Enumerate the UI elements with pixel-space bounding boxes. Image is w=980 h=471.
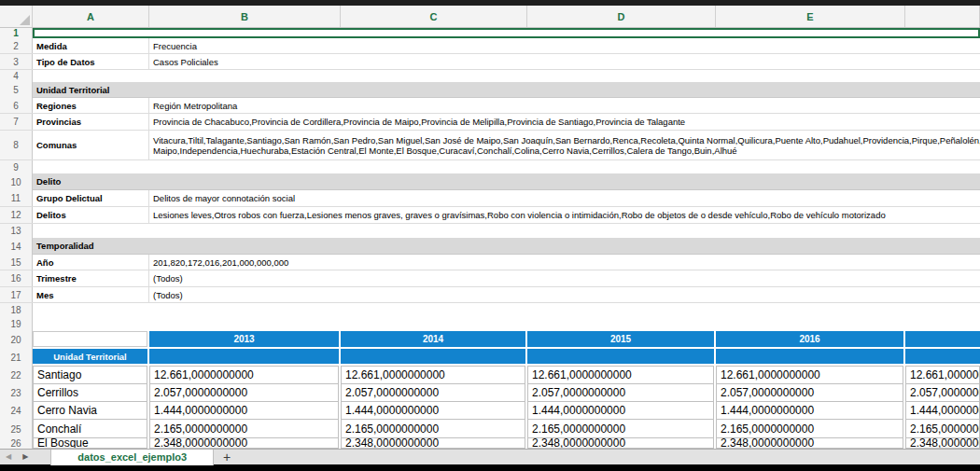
year-header-2015[interactable]: 2015 xyxy=(527,331,714,347)
label-cell-a3[interactable]: Tipo de Datos xyxy=(33,54,149,69)
label-cell-a17[interactable]: Mes xyxy=(33,287,149,302)
column-header-d[interactable]: D xyxy=(527,6,716,27)
value-cell-r24-partial[interactable]: 1.444,0000000000 xyxy=(905,402,980,420)
select-all-corner[interactable] xyxy=(0,6,33,27)
value-cell-r25c1[interactable]: 2.165,0000000000 xyxy=(149,420,339,438)
label-cell-a2[interactable]: Medida xyxy=(33,38,149,53)
value-cell-r25c2[interactable]: 2.165,0000000000 xyxy=(341,420,525,438)
prev-sheet-arrow-icon[interactable]: ◀ xyxy=(0,453,17,461)
row-header-24[interactable]: 24 xyxy=(0,402,33,420)
label-cell-a16[interactable]: Trimestre xyxy=(33,270,149,286)
territory-cell-a22[interactable]: Santiago xyxy=(33,366,147,384)
row-header-8[interactable]: 8 xyxy=(0,131,33,159)
section-header-5[interactable]: Unidad Territorial xyxy=(33,82,980,98)
row-header-7[interactable]: 7 xyxy=(0,114,33,130)
row-header-3[interactable]: 3 xyxy=(0,54,33,69)
column-header-e[interactable]: E xyxy=(716,6,905,27)
value-cell-b16[interactable]: (Todos) xyxy=(149,270,980,286)
value-cell-r22c3[interactable]: 12.661,0000000000 xyxy=(527,366,714,384)
value-cell-b6[interactable]: Región Metropolitana xyxy=(149,98,980,113)
column-header-partial[interactable] xyxy=(905,6,980,27)
value-cell-r24c4[interactable]: 1.444,0000000000 xyxy=(716,402,903,420)
active-sheet-tab[interactable]: datos_excel_ejemplo3 xyxy=(50,450,214,465)
value-cell-r23c4[interactable]: 2.057,0000000000 xyxy=(716,384,903,402)
row-header-1[interactable]: 1 xyxy=(0,28,33,38)
row-header-11[interactable]: 11 xyxy=(0,190,33,206)
label-cell-a12[interactable]: Delitos xyxy=(33,207,149,223)
column-header-c[interactable]: C xyxy=(341,6,527,27)
next-sheet-arrow-icon[interactable]: ▶ xyxy=(17,453,34,461)
value-cell-r23c3[interactable]: 2.057,0000000000 xyxy=(527,384,714,402)
empty-cells[interactable] xyxy=(33,224,980,238)
table-corner-cell[interactable] xyxy=(33,331,147,347)
row-header-15[interactable]: 15 xyxy=(0,255,33,270)
value-cell-r23-partial[interactable]: 2.057,0000000000 xyxy=(905,384,980,402)
value-cell-r24c2[interactable]: 1.444,0000000000 xyxy=(341,402,525,420)
value-cell-b15[interactable]: 201,820,172,016,201,000,000,000 xyxy=(149,255,980,270)
add-sheet-button[interactable]: + xyxy=(214,450,240,464)
value-cell-b8[interactable]: Vitacura,Tiltil,Talagante,Santiago,San R… xyxy=(149,131,980,159)
value-cell-b12[interactable]: Lesiones leves,Otros robos con fuerza,Le… xyxy=(149,207,980,223)
label-cell-a7[interactable]: Provincias xyxy=(33,114,149,130)
value-cell-b17[interactable]: (Todos) xyxy=(149,287,980,302)
row-header-10[interactable]: 10 xyxy=(0,173,33,190)
territory-cell-a24[interactable]: Cerro Navia xyxy=(33,402,147,420)
empty-cells[interactable] xyxy=(33,303,980,317)
column-header-b[interactable]: B xyxy=(149,6,341,27)
year-header-partial[interactable] xyxy=(905,331,980,347)
value-cell-r26c2[interactable]: 2.348,0000000000 xyxy=(341,438,525,449)
value-cell-r26-partial[interactable]: 2.348,0000000000 xyxy=(905,438,980,449)
year-header-2014[interactable]: 2014 xyxy=(341,331,525,347)
row-header-6[interactable]: 6 xyxy=(0,98,33,113)
value-cell-b3[interactable]: Casos Policiales xyxy=(149,54,980,69)
empty-cells[interactable] xyxy=(33,160,980,173)
value-cell-r26c1[interactable]: 2.348,0000000000 xyxy=(149,438,339,449)
row-header-12[interactable]: 12 xyxy=(0,207,33,223)
row-header-22[interactable]: 22 xyxy=(0,366,33,384)
section-header-10[interactable]: Delito xyxy=(33,173,980,190)
year-header-2016[interactable]: 2016 xyxy=(716,331,903,347)
value-cell-r25c4[interactable]: 2.165,0000000000 xyxy=(716,420,903,438)
row-header-26[interactable]: 26 xyxy=(0,438,33,449)
column-header-a[interactable]: A xyxy=(33,6,149,27)
value-cell-r23c2[interactable]: 2.057,0000000000 xyxy=(341,384,525,402)
value-cell-r25-partial[interactable]: 2.165,0000000000 xyxy=(905,420,980,438)
value-cell-r22c2[interactable]: 12.661,0000000000 xyxy=(341,366,525,384)
label-cell-a11[interactable]: Grupo Delictual xyxy=(33,190,149,206)
value-cell-r22c1[interactable]: 12.661,0000000000 xyxy=(149,366,339,384)
empty-cells[interactable] xyxy=(33,317,980,331)
territory-cell-a26[interactable]: El Bosque xyxy=(33,438,147,449)
row-header-9[interactable]: 9 xyxy=(0,160,33,173)
table-row-label-header[interactable]: Unidad Territorial xyxy=(33,349,147,364)
row-header-19[interactable]: 19 xyxy=(0,317,33,331)
row-header-13[interactable]: 13 xyxy=(0,224,33,238)
value-cell-r23c1[interactable]: 2.057,0000000000 xyxy=(149,384,339,402)
row-header-20[interactable]: 20 xyxy=(0,331,33,349)
row-header-18[interactable]: 18 xyxy=(0,303,33,317)
row-header-14[interactable]: 14 xyxy=(0,238,33,255)
territory-cell-a25[interactable]: Conchalí xyxy=(33,420,147,438)
row-header-5[interactable]: 5 xyxy=(0,82,33,98)
selected-row-cell[interactable] xyxy=(33,28,980,38)
value-cell-r26c3[interactable]: 2.348,0000000000 xyxy=(527,438,714,449)
value-cell-r25c3[interactable]: 2.165,0000000000 xyxy=(527,420,714,438)
empty-cells[interactable] xyxy=(33,70,980,82)
value-cell-r26c4[interactable]: 2.348,0000000000 xyxy=(716,438,903,449)
label-cell-a8[interactable]: Comunas xyxy=(33,131,149,159)
value-cell-b7[interactable]: Provincia de Chacabuco,Provincia de Cord… xyxy=(149,114,980,130)
row-header-16[interactable]: 16 xyxy=(0,270,33,286)
territory-cell-a23[interactable]: Cerrillos xyxy=(33,384,147,402)
section-header-14[interactable]: Temporalidad xyxy=(33,238,980,255)
row-header-17[interactable]: 17 xyxy=(0,287,33,302)
value-cell-b11[interactable]: Delitos de mayor connotación social xyxy=(149,190,980,206)
value-cell-b2[interactable]: Frecuencia xyxy=(149,38,980,53)
row-header-2[interactable]: 2 xyxy=(0,38,33,53)
row-header-21[interactable]: 21 xyxy=(0,349,33,366)
row-header-23[interactable]: 23 xyxy=(0,384,33,402)
value-cell-r22c4[interactable]: 12.661,0000000000 xyxy=(716,366,903,384)
year-header-2013[interactable]: 2013 xyxy=(149,331,339,347)
value-cell-r24c3[interactable]: 1.444,0000000000 xyxy=(527,402,714,420)
label-cell-a6[interactable]: Regiones xyxy=(33,98,149,113)
row-header-4[interactable]: 4 xyxy=(0,70,33,82)
value-cell-r22-partial[interactable]: 12.661,0000000000 xyxy=(905,366,980,384)
